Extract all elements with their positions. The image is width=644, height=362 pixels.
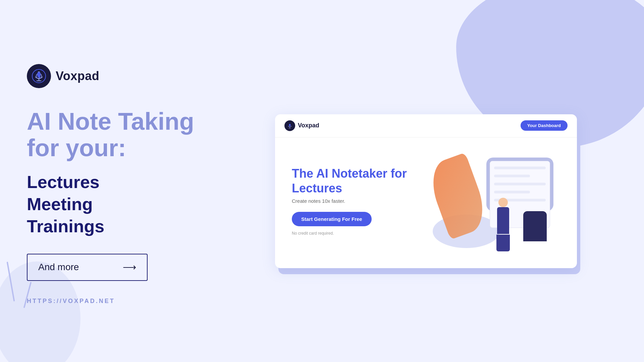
illus-line-2 [494,175,530,177]
svg-rect-7 [289,124,291,126]
illus-line-1 [494,167,546,169]
app-logo-text-small: Voxpad [298,122,319,129]
logo-svg [32,69,46,83]
use-case-trainings: Trainings [27,216,215,237]
app-tagline: The AI Notetaker for Lectures [292,166,419,195]
illus-line-3 [494,183,546,185]
app-card-body: The AI Notetaker for Lectures Create not… [275,137,577,268]
illus-dark-shape [523,211,547,241]
main-container: Voxpad AI Note Takingfor your: Lectures … [0,0,644,362]
start-generating-button[interactable]: Start Generating For Free [292,212,372,226]
app-preview-wrapper: Voxpad Your Dashboard The AI Notetaker f… [275,114,577,268]
hero-heading: AI Note Takingfor your: [27,108,215,161]
logo: Voxpad [27,64,215,88]
illus-person-legs [496,235,510,251]
use-case-lectures: Lectures [27,172,215,192]
no-credit-text: No credit card required. [292,231,419,236]
illus-person-head [498,198,508,207]
and-more-button[interactable]: And more ⟶ [27,254,148,281]
illus-person [493,198,513,251]
logo-text: Voxpad [56,69,99,83]
illus-line-4 [494,191,530,193]
app-card-content: The AI Notetaker for Lectures Create not… [292,166,419,235]
right-panel: Voxpad Your Dashboard The AI Notetaker f… [215,94,617,268]
app-subtitle: Create notes 10x faster. [292,198,419,204]
left-panel: Voxpad AI Note Takingfor your: Lectures … [27,57,215,305]
tagline-prefix: The AI Notetaker for [292,167,407,180]
app-logo-icon-small [284,120,295,131]
use-case-meeting: Meeting [27,194,215,215]
app-illustration [433,151,560,251]
website-url: HTTPS://VOXPAD.NET [27,298,215,305]
app-logo-svg [286,122,293,129]
cta-arrow-icon: ⟶ [123,262,136,273]
use-cases-list: Lectures Meeting Trainings [27,172,215,237]
svg-rect-6 [37,72,41,77]
tagline-accent: Lectures [292,181,342,195]
cta-button-label: And more [38,262,79,273]
illus-person-body [497,207,509,234]
app-logo-small: Voxpad [284,120,319,131]
app-card-header: Voxpad Your Dashboard [275,114,577,137]
logo-icon [27,64,51,88]
dashboard-button[interactable]: Your Dashboard [521,120,568,131]
app-preview-card: Voxpad Your Dashboard The AI Notetaker f… [275,114,577,268]
